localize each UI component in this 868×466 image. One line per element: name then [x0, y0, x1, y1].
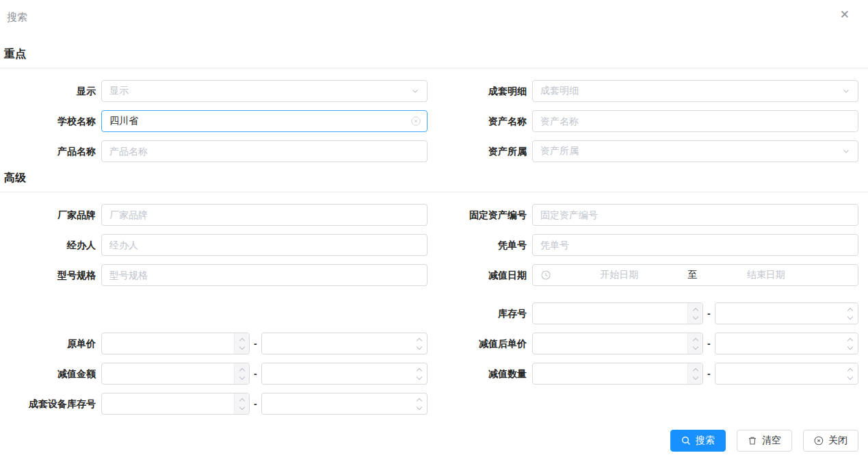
stock-no-min-input[interactable]	[533, 303, 687, 324]
close-circle-icon	[814, 436, 824, 445]
spin-down-icon[interactable]	[847, 374, 853, 379]
clock-icon	[541, 270, 551, 280]
number-spinner[interactable]	[412, 333, 427, 354]
number-spinner[interactable]	[843, 333, 858, 354]
spin-up-icon[interactable]	[239, 367, 244, 373]
search-button[interactable]: 搜索	[670, 430, 726, 452]
set-stock-no-min-input[interactable]	[102, 393, 234, 414]
spin-down-icon[interactable]	[239, 344, 244, 349]
field-label-stock-no: 库存号	[431, 302, 527, 324]
stock-no-max-field	[715, 302, 858, 324]
range-dash: -	[707, 368, 711, 379]
number-spinner[interactable]	[687, 333, 702, 354]
trash-icon	[748, 436, 757, 445]
asset-name-input[interactable]	[533, 111, 858, 131]
chevron-down-icon	[842, 87, 850, 95]
form-row: 产品名称 资产所属 资产所属	[0, 140, 868, 162]
number-spinner[interactable]	[234, 333, 249, 354]
set-stock-no-max-input[interactable]	[262, 393, 412, 414]
spin-up-icon[interactable]	[417, 367, 422, 373]
display-select[interactable]: 显示	[101, 80, 428, 102]
impair-amount-min-input[interactable]	[102, 363, 234, 384]
range-dash: -	[707, 308, 711, 319]
voucher-no-field	[532, 234, 858, 256]
field-label-school-name: 学校名称	[0, 110, 96, 132]
date-end-placeholder[interactable]: 结束日期	[698, 269, 835, 281]
fixed-asset-no-field	[532, 204, 858, 226]
form-row: 型号规格 减值日期 开始日期 至 结束日期	[0, 264, 868, 286]
number-spinner[interactable]	[687, 303, 702, 324]
spin-up-icon[interactable]	[692, 307, 698, 313]
form-row: 学校名称 资产名称	[0, 110, 868, 132]
close-icon[interactable]: ✕	[840, 9, 850, 21]
voucher-no-input[interactable]	[533, 235, 858, 255]
field-label-asset-name: 资产名称	[431, 110, 527, 132]
impair-amount-min-field	[101, 363, 250, 385]
spin-down-icon[interactable]	[239, 404, 244, 409]
number-spinner[interactable]	[843, 363, 858, 384]
field-label-model-spec: 型号规格	[0, 264, 96, 286]
spin-down-icon[interactable]	[417, 374, 422, 379]
model-spec-input[interactable]	[102, 265, 427, 285]
number-spinner[interactable]	[412, 393, 427, 414]
spin-down-icon[interactable]	[239, 374, 244, 379]
field-label-voucher-no: 凭单号	[431, 234, 527, 256]
field-label-brand: 厂家品牌	[0, 204, 96, 226]
brand-input[interactable]	[102, 205, 427, 225]
asset-owner-select[interactable]: 资产所属	[532, 140, 858, 162]
impair-amount-max-input[interactable]	[262, 363, 412, 384]
field-label-impair-qty: 减值数量	[431, 363, 527, 385]
spin-up-icon[interactable]	[417, 398, 422, 403]
spin-up-icon[interactable]	[417, 337, 422, 343]
model-spec-field	[101, 264, 428, 286]
number-spinner[interactable]	[412, 363, 427, 384]
spin-down-icon[interactable]	[417, 404, 422, 409]
orig-price-min-input[interactable]	[102, 333, 234, 354]
spin-up-icon[interactable]	[847, 337, 853, 343]
impair-qty-max-input[interactable]	[715, 363, 843, 384]
fixed-asset-no-input[interactable]	[533, 205, 858, 225]
spin-down-icon[interactable]	[847, 344, 853, 349]
impair-qty-max-field	[715, 363, 858, 385]
orig-price-max-input[interactable]	[262, 333, 412, 354]
spin-down-icon[interactable]	[692, 344, 698, 349]
impaired-price-max-input[interactable]	[715, 333, 843, 354]
number-spinner[interactable]	[843, 303, 858, 324]
spin-down-icon[interactable]	[847, 313, 853, 319]
stock-no-max-input[interactable]	[715, 303, 843, 324]
handler-input[interactable]	[102, 235, 427, 255]
spin-up-icon[interactable]	[847, 367, 853, 373]
form-row: 经办人 凭单号	[0, 234, 868, 256]
spin-down-icon[interactable]	[692, 313, 698, 319]
set-detail-select[interactable]: 成套明细	[532, 80, 858, 102]
number-spinner[interactable]	[234, 363, 249, 384]
number-spinner[interactable]	[687, 363, 702, 384]
field-label-fixed-asset-no: 固定资产编号	[431, 204, 527, 226]
close-button-label: 关闭	[828, 435, 847, 447]
product-name-input[interactable]	[102, 141, 427, 161]
range-dash: -	[707, 338, 711, 349]
number-spinner[interactable]	[234, 393, 249, 414]
spin-down-icon[interactable]	[692, 374, 698, 379]
spin-up-icon[interactable]	[847, 307, 853, 313]
spin-down-icon[interactable]	[417, 344, 422, 349]
form-row: 厂家品牌 固定资产编号	[0, 204, 868, 226]
school-name-field	[101, 110, 428, 132]
impaired-price-min-input[interactable]	[533, 333, 687, 354]
field-label-asset-owner: 资产所属	[431, 140, 527, 162]
spin-up-icon[interactable]	[239, 398, 244, 403]
clear-icon[interactable]	[411, 116, 421, 126]
product-name-field	[101, 140, 428, 162]
impair-date-range-picker[interactable]: 开始日期 至 结束日期	[532, 264, 858, 286]
asset-owner-select-placeholder: 资产所属	[533, 145, 842, 157]
stock-no-min-field	[532, 302, 703, 324]
spin-up-icon[interactable]	[692, 337, 698, 343]
close-button[interactable]: 关闭	[803, 430, 858, 452]
school-name-input[interactable]	[102, 111, 411, 131]
clear-button[interactable]: 清空	[737, 430, 792, 452]
date-start-placeholder[interactable]: 开始日期	[551, 269, 688, 281]
spin-up-icon[interactable]	[239, 337, 244, 343]
impair-qty-min-input[interactable]	[533, 363, 687, 384]
spin-up-icon[interactable]	[692, 367, 698, 373]
impaired-price-min-field	[532, 333, 703, 354]
